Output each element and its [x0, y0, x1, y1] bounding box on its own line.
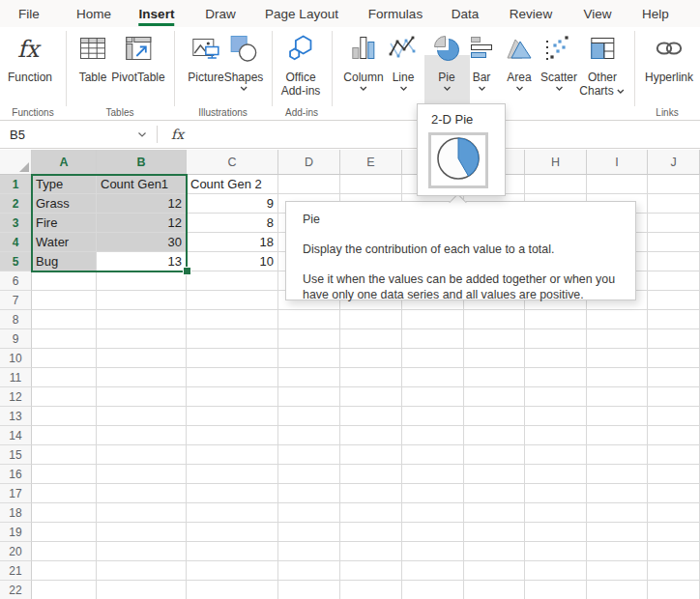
cell-J13[interactable]: [648, 407, 700, 426]
cell-A3[interactable]: Fire: [32, 214, 97, 233]
cell-C14[interactable]: [187, 426, 278, 445]
cell-G17[interactable]: [464, 484, 525, 503]
cell-I20[interactable]: [587, 542, 648, 561]
cell-J20[interactable]: [648, 542, 700, 561]
cell-G16[interactable]: [464, 465, 525, 484]
cell-G14[interactable]: [464, 426, 525, 445]
cell-J10[interactable]: [648, 349, 700, 368]
menu-tab-draw[interactable]: Draw: [205, 0, 236, 27]
menu-tab-home[interactable]: Home: [76, 0, 111, 27]
area-button[interactable]: Area: [504, 29, 535, 92]
chevron-down-icon[interactable]: [554, 86, 563, 92]
cell-J6[interactable]: [648, 271, 700, 291]
cell-D14[interactable]: [278, 426, 340, 445]
cell-J15[interactable]: [648, 445, 700, 465]
cell-I9[interactable]: [587, 329, 648, 349]
cell-H9[interactable]: [525, 329, 587, 349]
column-header-D[interactable]: D: [278, 150, 340, 175]
picture-button[interactable]: Picture: [188, 29, 223, 84]
chevron-down-icon[interactable]: [478, 86, 486, 92]
cell-E9[interactable]: [340, 329, 402, 349]
cell-F22[interactable]: [402, 581, 464, 599]
row-header-15[interactable]: 15: [0, 445, 32, 465]
cell-B18[interactable]: [97, 503, 187, 523]
cell-A16[interactable]: [32, 465, 97, 484]
cell-C1[interactable]: Count Gen 2: [187, 175, 278, 194]
cell-C10[interactable]: [187, 349, 278, 368]
row-header-18[interactable]: 18: [0, 503, 32, 523]
cell-H11[interactable]: [525, 368, 587, 387]
cell-C15[interactable]: [187, 445, 278, 465]
cell-C17[interactable]: [187, 484, 278, 503]
cell-D13[interactable]: [278, 407, 340, 426]
chevron-down-icon[interactable]: [443, 86, 452, 92]
cell-G15[interactable]: [464, 445, 525, 465]
cell-F14[interactable]: [402, 426, 464, 445]
pie-button[interactable]: Pie: [431, 29, 462, 92]
row-header-8[interactable]: 8: [0, 310, 32, 329]
cell-I12[interactable]: [587, 387, 648, 407]
row-header-9[interactable]: 9: [0, 329, 32, 349]
cell-A8[interactable]: [32, 310, 97, 329]
cell-F9[interactable]: [402, 329, 464, 349]
cell-H20[interactable]: [525, 542, 587, 561]
cell-J4[interactable]: [648, 233, 700, 252]
cell-F17[interactable]: [402, 484, 464, 503]
cell-C2[interactable]: 9: [187, 194, 278, 214]
cell-G12[interactable]: [464, 387, 525, 407]
select-all-corner[interactable]: [0, 150, 32, 175]
cell-I18[interactable]: [587, 503, 648, 523]
fill-handle[interactable]: [183, 267, 191, 275]
cell-B15[interactable]: [97, 445, 187, 465]
cell-H21[interactable]: [525, 561, 587, 581]
cell-B17[interactable]: [97, 484, 187, 503]
chevron-down-icon[interactable]: [515, 86, 524, 92]
cell-E8[interactable]: [340, 310, 402, 329]
menu-tab-insert[interactable]: Insert: [139, 0, 175, 27]
cell-I16[interactable]: [587, 465, 648, 484]
row-header-17[interactable]: 17: [0, 484, 32, 503]
cell-A10[interactable]: [32, 349, 97, 368]
cell-I15[interactable]: [587, 445, 648, 465]
cell-J2[interactable]: [648, 194, 700, 214]
cell-H8[interactable]: [525, 310, 587, 329]
cell-D17[interactable]: [278, 484, 340, 503]
chevron-down-icon[interactable]: [359, 86, 367, 92]
cell-A4[interactable]: Water: [32, 233, 97, 252]
cell-B8[interactable]: [97, 310, 187, 329]
cell-F21[interactable]: [402, 561, 464, 581]
row-header-14[interactable]: 14: [0, 426, 32, 445]
column-header-B[interactable]: B: [97, 150, 187, 175]
row-header-21[interactable]: 21: [0, 561, 32, 581]
cell-B7[interactable]: [97, 291, 187, 310]
cell-F20[interactable]: [402, 542, 464, 561]
cell-E18[interactable]: [340, 503, 402, 523]
cell-E11[interactable]: [340, 368, 402, 387]
cell-I13[interactable]: [587, 407, 648, 426]
cell-A15[interactable]: [32, 445, 97, 465]
cell-H1[interactable]: [525, 175, 587, 194]
cell-J11[interactable]: [648, 368, 700, 387]
cell-C5[interactable]: 10: [187, 252, 278, 271]
cell-I8[interactable]: [587, 310, 648, 329]
column-header-C[interactable]: C: [187, 150, 278, 175]
cell-C20[interactable]: [187, 542, 278, 561]
name-box[interactable]: B5: [0, 121, 155, 148]
cell-A14[interactable]: [32, 426, 97, 445]
cell-H17[interactable]: [525, 484, 587, 503]
cell-B4[interactable]: 30: [97, 233, 187, 252]
cell-H16[interactable]: [525, 465, 587, 484]
cell-D10[interactable]: [278, 349, 340, 368]
pie-2d-option[interactable]: [428, 132, 488, 188]
cell-B10[interactable]: [97, 349, 187, 368]
line-button[interactable]: Line: [388, 29, 419, 92]
cell-G9[interactable]: [464, 329, 525, 349]
cell-J5[interactable]: [648, 252, 700, 271]
cell-B6[interactable]: [97, 271, 187, 291]
cell-I1[interactable]: [587, 175, 648, 194]
cell-H19[interactable]: [525, 523, 587, 542]
cell-D18[interactable]: [278, 503, 340, 523]
row-header-10[interactable]: 10: [0, 349, 32, 368]
scatter-button[interactable]: Scatter: [540, 29, 577, 92]
cell-E15[interactable]: [340, 445, 402, 465]
